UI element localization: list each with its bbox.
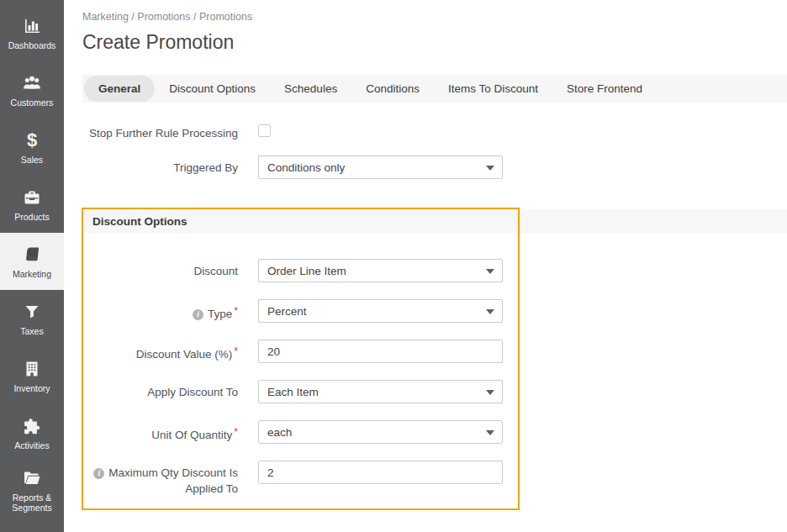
puzzle-icon xyxy=(21,415,43,437)
type-label: iType* xyxy=(83,299,238,322)
sidebar-item-label: Products xyxy=(14,212,49,222)
apply-discount-to-row: Apply Discount To Each Item xyxy=(83,380,518,403)
apply-discount-to-label: Apply Discount To xyxy=(83,380,238,400)
discount-options-highlight-box: Discount Options Discount Order Line Ite… xyxy=(82,208,520,510)
sidebar-item-label: Customers xyxy=(11,97,54,108)
apply-discount-to-select[interactable]: Each Item xyxy=(258,380,503,403)
unit-of-quantity-label: Unit Of Quantity* xyxy=(83,420,238,443)
triggered-by-select[interactable]: Conditions only xyxy=(258,155,503,179)
discount-row: Discount Order Line Item xyxy=(83,259,518,282)
building-icon xyxy=(21,358,43,380)
tab-general[interactable]: General xyxy=(84,76,155,102)
unit-of-quantity-row: Unit Of Quantity* each xyxy=(83,420,518,444)
sidebar-item-label: Taxes xyxy=(20,326,43,336)
type-row: iType* Percent xyxy=(83,299,518,323)
maximum-qty-input[interactable] xyxy=(258,461,503,484)
sidebar-item-sales[interactable]: $ Sales xyxy=(0,119,64,176)
folder-icon xyxy=(21,467,43,489)
tab-discount-options[interactable]: Discount Options xyxy=(155,76,270,102)
sidebar-item-taxes[interactable]: Taxes xyxy=(0,290,64,347)
required-asterisk: * xyxy=(234,305,238,317)
discount-value-label: Discount Value (%)* xyxy=(83,340,238,362)
apply-discount-to-value: Each Item xyxy=(267,386,319,398)
type-select[interactable]: Percent xyxy=(258,299,503,323)
tab-store-frontend[interactable]: Store Frontend xyxy=(552,76,657,102)
sidebar-item-label: Dashboards xyxy=(8,40,56,50)
triggered-by-row: Triggered By Conditions only xyxy=(82,155,787,179)
section-header-band-extension xyxy=(518,209,787,234)
chevron-down-icon xyxy=(486,269,494,274)
required-asterisk: * xyxy=(234,426,238,438)
sidebar-item-dashboards[interactable]: Dashboards xyxy=(0,4,64,61)
discount-select[interactable]: Order Line Item xyxy=(258,259,503,282)
sidebar-item-label: Marketing xyxy=(13,269,51,279)
sidebar: Dashboards Customers $ Sales Products Ma… xyxy=(0,0,64,532)
bar-chart-icon xyxy=(21,15,43,37)
discount-value-input[interactable] xyxy=(258,340,503,363)
stop-further-rule-label: Stop Further Rule Processing xyxy=(82,121,238,141)
info-icon[interactable]: i xyxy=(193,309,203,320)
briefcase-icon xyxy=(21,187,43,208)
discount-value-row: Discount Value (%)* xyxy=(83,340,518,363)
sidebar-item-activities[interactable]: Activities xyxy=(0,404,64,461)
info-icon[interactable]: i xyxy=(93,468,104,479)
discount-options-section: Discount Options Discount Order Line Ite… xyxy=(64,208,787,510)
sidebar-item-reports-segments[interactable]: Reports & Segments xyxy=(0,461,64,519)
sidebar-item-label: Activities xyxy=(14,440,49,450)
sidebar-item-label: Reports & Segments xyxy=(3,492,61,513)
chevron-down-icon xyxy=(486,390,494,395)
tab-items-to-discount[interactable]: Items To Discount xyxy=(434,76,552,102)
sidebar-item-label: Sales xyxy=(21,155,43,165)
triggered-by-label: Triggered By xyxy=(82,155,238,176)
chevron-down-icon xyxy=(486,166,494,171)
funnel-icon xyxy=(21,301,43,323)
chevron-down-icon xyxy=(486,309,494,314)
triggered-by-value: Conditions only xyxy=(267,161,345,174)
sidebar-item-customers[interactable]: Customers xyxy=(0,61,64,119)
tab-conditions[interactable]: Conditions xyxy=(351,76,434,102)
tab-schedules[interactable]: Schedules xyxy=(270,76,351,102)
tab-bar: General Discount Options Schedules Condi… xyxy=(82,75,787,103)
stop-further-rule-checkbox[interactable] xyxy=(258,124,271,137)
chevron-down-icon xyxy=(486,430,494,435)
sidebar-item-inventory[interactable]: Inventory xyxy=(0,347,64,404)
type-value: Percent xyxy=(267,305,307,318)
discount-options-section-title: Discount Options xyxy=(83,209,518,234)
discount-value: Order Line Item xyxy=(267,265,346,277)
sidebar-item-products[interactable]: Products xyxy=(0,176,64,233)
discount-label: Discount xyxy=(83,259,238,279)
unit-of-quantity-select[interactable]: each xyxy=(258,420,503,444)
sidebar-item-marketing[interactable]: Marketing xyxy=(0,233,64,290)
breadcrumb[interactable]: Marketing / Promotions / Promotions xyxy=(82,11,787,23)
dollar-icon: $ xyxy=(21,129,43,151)
main-content: Marketing / Promotions / Promotions Crea… xyxy=(64,0,787,532)
maximum-qty-row: iMaximum Qty Discount Is Applied To xyxy=(83,461,518,497)
sidebar-item-label: Inventory xyxy=(13,383,50,393)
people-icon xyxy=(21,72,43,94)
stop-further-rule-row: Stop Further Rule Processing xyxy=(82,121,787,141)
maximum-qty-label: iMaximum Qty Discount Is Applied To xyxy=(83,461,238,497)
required-asterisk: * xyxy=(234,345,238,357)
page-title: Create Promotion xyxy=(82,31,787,53)
unit-of-quantity-value: each xyxy=(267,426,292,439)
book-icon xyxy=(21,244,43,266)
